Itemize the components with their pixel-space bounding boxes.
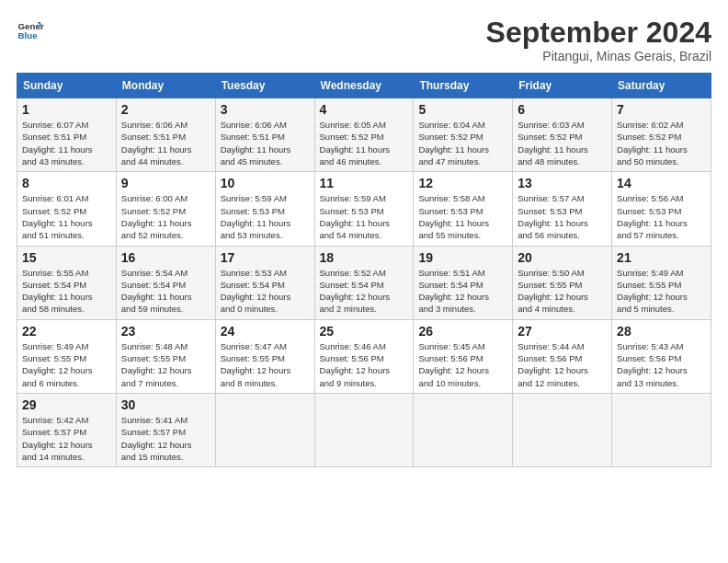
calendar-cell (414, 393, 513, 466)
day-info: Sunrise: 5:43 AMSunset: 5:56 PMDaylight:… (617, 340, 706, 389)
calendar-cell: 22Sunrise: 5:49 AMSunset: 5:55 PMDayligh… (17, 319, 117, 393)
day-number: 17 (221, 250, 310, 265)
day-info: Sunrise: 6:00 AMSunset: 5:52 PMDaylight:… (121, 192, 210, 241)
svg-text:General: General (18, 21, 45, 31)
day-info: Sunrise: 6:01 AMSunset: 5:52 PMDaylight:… (22, 192, 111, 241)
day-info: Sunrise: 5:57 AMSunset: 5:53 PMDaylight:… (518, 192, 607, 241)
calendar-cell: 27Sunrise: 5:44 AMSunset: 5:56 PMDayligh… (513, 319, 612, 393)
logo: General Blue (17, 17, 44, 44)
day-number: 23 (121, 324, 210, 339)
calendar-cell: 29Sunrise: 5:42 AMSunset: 5:57 PMDayligh… (17, 393, 117, 466)
calendar-cell: 19Sunrise: 5:51 AMSunset: 5:54 PMDayligh… (414, 246, 513, 319)
day-number: 24 (221, 324, 310, 339)
day-info: Sunrise: 5:44 AMSunset: 5:56 PMDaylight:… (518, 340, 607, 389)
header-row: Sunday Monday Tuesday Wednesday Thursday… (17, 74, 711, 98)
day-info: Sunrise: 6:02 AMSunset: 5:52 PMDaylight:… (617, 119, 706, 167)
calendar-cell: 28Sunrise: 5:43 AMSunset: 5:56 PMDayligh… (612, 319, 711, 393)
day-info: Sunrise: 6:06 AMSunset: 5:51 PMDaylight:… (221, 119, 310, 167)
day-number: 16 (121, 250, 210, 265)
day-info: Sunrise: 5:51 AMSunset: 5:54 PMDaylight:… (418, 267, 507, 316)
day-info: Sunrise: 6:04 AMSunset: 5:52 PMDaylight:… (418, 119, 507, 167)
calendar-cell: 15Sunrise: 5:55 AMSunset: 5:54 PMDayligh… (17, 246, 117, 319)
day-info: Sunrise: 5:47 AMSunset: 5:55 PMDaylight:… (221, 340, 310, 389)
day-number: 7 (617, 102, 706, 117)
day-info: Sunrise: 6:05 AMSunset: 5:52 PMDaylight:… (320, 119, 409, 167)
day-number: 6 (518, 102, 607, 117)
svg-text:Blue: Blue (18, 30, 39, 40)
day-info: Sunrise: 5:48 AMSunset: 5:55 PMDaylight:… (121, 340, 210, 389)
day-info: Sunrise: 5:49 AMSunset: 5:55 PMDaylight:… (617, 267, 706, 316)
day-number: 19 (418, 250, 507, 265)
calendar-cell: 24Sunrise: 5:47 AMSunset: 5:55 PMDayligh… (215, 319, 314, 393)
title-block: September 2024 Pitangui, Minas Gerais, B… (486, 17, 711, 63)
header: General Blue September 2024 Pitangui, Mi… (17, 17, 711, 63)
day-info: Sunrise: 6:06 AMSunset: 5:51 PMDaylight:… (121, 119, 210, 167)
calendar-table: Sunday Monday Tuesday Wednesday Thursday… (17, 73, 711, 467)
day-info: Sunrise: 5:49 AMSunset: 5:55 PMDaylight:… (22, 340, 111, 389)
col-sunday: Sunday (17, 74, 117, 98)
day-info: Sunrise: 5:59 AMSunset: 5:53 PMDaylight:… (221, 192, 310, 241)
day-info: Sunrise: 5:46 AMSunset: 5:56 PMDaylight:… (320, 340, 409, 389)
day-number: 9 (121, 176, 210, 190)
day-number: 11 (320, 176, 409, 190)
month-title: September 2024 (486, 17, 711, 49)
day-number: 28 (617, 324, 706, 339)
day-number: 29 (22, 397, 111, 412)
calendar-cell: 5Sunrise: 6:04 AMSunset: 5:52 PMDaylight… (414, 98, 513, 172)
calendar-week-1: 1Sunrise: 6:07 AMSunset: 5:51 PMDaylight… (17, 98, 711, 172)
day-info: Sunrise: 6:07 AMSunset: 5:51 PMDaylight:… (22, 119, 111, 167)
calendar-cell: 11Sunrise: 5:59 AMSunset: 5:53 PMDayligh… (314, 172, 414, 246)
day-number: 20 (518, 250, 607, 265)
calendar-cell: 26Sunrise: 5:45 AMSunset: 5:56 PMDayligh… (414, 319, 513, 393)
day-number: 25 (320, 324, 409, 339)
day-info: Sunrise: 5:54 AMSunset: 5:54 PMDaylight:… (121, 267, 210, 316)
day-number: 15 (22, 250, 111, 265)
day-number: 3 (221, 102, 310, 117)
calendar-cell: 14Sunrise: 5:56 AMSunset: 5:53 PMDayligh… (612, 172, 711, 246)
day-info: Sunrise: 5:55 AMSunset: 5:54 PMDaylight:… (22, 267, 111, 316)
day-number: 4 (320, 102, 409, 117)
calendar-cell: 25Sunrise: 5:46 AMSunset: 5:56 PMDayligh… (314, 319, 414, 393)
calendar-cell: 6Sunrise: 6:03 AMSunset: 5:52 PMDaylight… (513, 98, 612, 172)
calendar-cell: 2Sunrise: 6:06 AMSunset: 5:51 PMDaylight… (116, 98, 215, 172)
day-info: Sunrise: 5:58 AMSunset: 5:53 PMDaylight:… (418, 192, 507, 241)
day-number: 21 (617, 250, 706, 265)
calendar-week-2: 8Sunrise: 6:01 AMSunset: 5:52 PMDaylight… (17, 172, 711, 246)
calendar-cell: 21Sunrise: 5:49 AMSunset: 5:55 PMDayligh… (612, 246, 711, 319)
day-info: Sunrise: 5:53 AMSunset: 5:54 PMDaylight:… (221, 267, 310, 316)
day-number: 30 (121, 397, 210, 412)
calendar-cell: 10Sunrise: 5:59 AMSunset: 5:53 PMDayligh… (215, 172, 314, 246)
calendar-cell: 4Sunrise: 6:05 AMSunset: 5:52 PMDaylight… (314, 98, 414, 172)
day-number: 13 (518, 176, 607, 190)
calendar-cell: 3Sunrise: 6:06 AMSunset: 5:51 PMDaylight… (215, 98, 314, 172)
page-container: General Blue September 2024 Pitangui, Mi… (0, 0, 728, 477)
day-number: 10 (221, 176, 310, 190)
day-number: 18 (320, 250, 409, 265)
calendar-cell: 23Sunrise: 5:48 AMSunset: 5:55 PMDayligh… (116, 319, 215, 393)
calendar-week-5: 29Sunrise: 5:42 AMSunset: 5:57 PMDayligh… (17, 393, 711, 466)
calendar-week-3: 15Sunrise: 5:55 AMSunset: 5:54 PMDayligh… (17, 246, 711, 319)
day-number: 12 (418, 176, 507, 190)
day-number: 2 (121, 102, 210, 117)
day-info: Sunrise: 5:50 AMSunset: 5:55 PMDaylight:… (518, 267, 607, 316)
col-thursday: Thursday (414, 74, 513, 98)
calendar-cell: 7Sunrise: 6:02 AMSunset: 5:52 PMDaylight… (612, 98, 711, 172)
day-info: Sunrise: 5:52 AMSunset: 5:54 PMDaylight:… (320, 267, 409, 316)
calendar-cell (215, 393, 314, 466)
calendar-cell: 8Sunrise: 6:01 AMSunset: 5:52 PMDaylight… (17, 172, 117, 246)
calendar-cell: 17Sunrise: 5:53 AMSunset: 5:54 PMDayligh… (215, 246, 314, 319)
col-wednesday: Wednesday (314, 74, 414, 98)
calendar-cell: 1Sunrise: 6:07 AMSunset: 5:51 PMDaylight… (17, 98, 117, 172)
col-monday: Monday (116, 74, 215, 98)
calendar-cell (513, 393, 612, 466)
calendar-cell: 30Sunrise: 5:41 AMSunset: 5:57 PMDayligh… (116, 393, 215, 466)
calendar-cell (612, 393, 711, 466)
day-number: 27 (518, 324, 607, 339)
day-info: Sunrise: 5:56 AMSunset: 5:53 PMDaylight:… (617, 192, 706, 241)
day-info: Sunrise: 5:59 AMSunset: 5:53 PMDaylight:… (320, 192, 409, 241)
day-info: Sunrise: 5:42 AMSunset: 5:57 PMDaylight:… (22, 414, 111, 463)
day-number: 14 (617, 176, 706, 190)
day-info: Sunrise: 6:03 AMSunset: 5:52 PMDaylight:… (518, 119, 607, 167)
day-number: 1 (22, 102, 111, 117)
calendar-cell: 9Sunrise: 6:00 AMSunset: 5:52 PMDaylight… (116, 172, 215, 246)
